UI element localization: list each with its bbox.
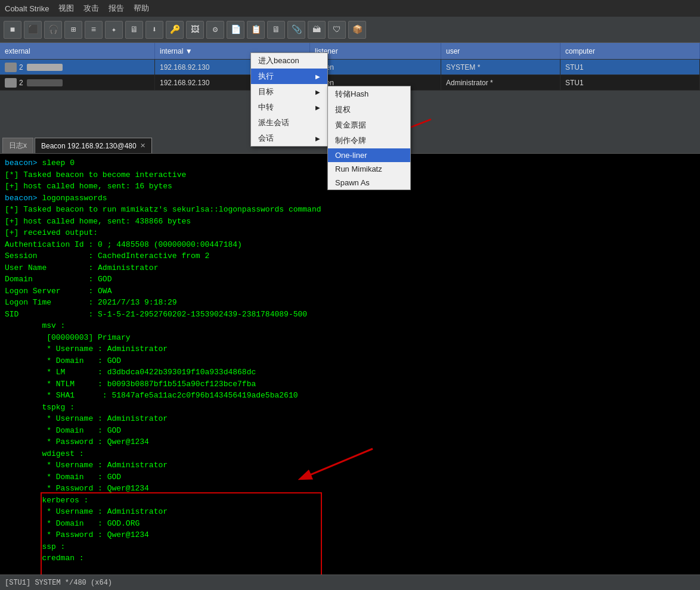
submenu-dump-hash[interactable]: 转储Hash xyxy=(328,86,410,102)
term-line: * Domain : GOD xyxy=(5,425,695,437)
term-line: * Password : Qwer@1234 xyxy=(5,483,695,495)
term-line: User Name : Administrator xyxy=(5,262,695,274)
terminal[interactable]: beacon> sleep 0 [*] Tasked beacon to bec… xyxy=(0,154,700,575)
toolbar-btn-key[interactable]: 🔑 xyxy=(166,21,184,39)
term-line: Logon Time : 2021/7/13 9:18:29 xyxy=(5,297,695,309)
submenu-run-mimikatz[interactable]: Run Mimikatz xyxy=(328,162,410,176)
toolbar-btn-download[interactable]: ⬇ xyxy=(145,21,163,39)
term-line: wdigest : xyxy=(5,448,695,460)
term-line: * Domain : GOD xyxy=(5,471,695,483)
submenu-golden-ticket[interactable]: 黄金票据 xyxy=(328,117,410,133)
term-line: * Password : Qwer@1234 xyxy=(5,529,695,541)
toolbar-btn-gear[interactable]: ⚙ xyxy=(206,21,224,39)
term-line: Session : CachedInteractive from 2 xyxy=(5,250,695,262)
term-line: [00000003] Primary xyxy=(5,332,695,344)
term-line: beacon> logonpasswords xyxy=(5,192,695,204)
toolbar-btn-grid[interactable]: ⊞ xyxy=(64,21,82,39)
term-line: * Username : Administrator xyxy=(5,506,695,518)
toolbar: ■ ⬛ 🎧 ⊞ ≡ ✦ 🖥 ⬇ 🔑 🖼 ⚙ 📄 📋 🖥 📎 🏔 🛡 📦 xyxy=(0,17,700,43)
term-line: * Password : Qwer@1234 xyxy=(5,436,695,448)
submenu-spawn-as[interactable]: Spawn As xyxy=(328,176,410,190)
term-line: Domain : GOD xyxy=(5,274,695,285)
app-title: Cobalt Strike xyxy=(5,4,49,13)
menu-spawn-session[interactable]: 派生会话 xyxy=(251,115,327,131)
menu-enter-beacon[interactable]: 进入beacon xyxy=(251,53,327,69)
toolbar-btn-monitor[interactable]: 🖥 xyxy=(125,21,143,39)
term-line: SID : S-1-5-21-2952760202-1353902439-238… xyxy=(5,309,695,321)
submenu-make-token[interactable]: 制作令牌 xyxy=(328,133,410,148)
term-line: * Domain : GOD.ORG xyxy=(5,518,695,530)
toolbar-btn-headphones[interactable]: 🎧 xyxy=(44,21,62,39)
title-bar: Cobalt Strike 视图 攻击 报告 帮助 xyxy=(0,0,700,17)
term-line: * Domain : GOD xyxy=(5,355,695,367)
target-arrow: ▶ xyxy=(315,89,320,95)
term-line: ssp : xyxy=(5,541,695,553)
term-line: kerberos : xyxy=(5,495,695,507)
toolbar-btn-list[interactable]: ≡ xyxy=(85,21,103,39)
term-line: [+] host called home, sent: 438866 bytes xyxy=(5,216,695,228)
menu-attack[interactable]: 攻击 xyxy=(83,3,99,14)
menu-target[interactable]: 目标 ▶ xyxy=(251,84,327,100)
term-line: [+] received output: xyxy=(5,227,695,239)
menu-help[interactable]: 帮助 xyxy=(134,3,149,14)
toolbar-btn-link[interactable]: 📎 xyxy=(287,21,305,39)
toolbar-btn-package[interactable]: 📦 xyxy=(348,21,366,39)
session-arrow: ▶ xyxy=(315,135,320,142)
tab-close-beacon[interactable]: ✕ xyxy=(140,142,145,150)
relay-arrow: ▶ xyxy=(315,104,320,111)
menu-session[interactable]: 会话 ▶ xyxy=(251,131,327,146)
toolbar-btn-screen[interactable]: 🖥 xyxy=(267,21,285,39)
status-text: [STU1] SYSTEM */480 (x64) xyxy=(5,579,112,587)
toolbar-btn-shield[interactable]: 🛡 xyxy=(328,21,346,39)
menu-relay[interactable]: 中转 ▶ xyxy=(251,100,327,115)
menu-execute[interactable]: 执行 ▶ xyxy=(251,69,327,84)
execute-arrow: ▶ xyxy=(315,73,320,80)
toolbar-btn-doc[interactable]: 📄 xyxy=(227,21,244,39)
term-line: [*] Tasked beacon to run mimikatz's seku… xyxy=(5,204,695,216)
term-line: * Username : Administrator xyxy=(5,343,695,355)
submenu-one-liner[interactable]: One-liner xyxy=(328,148,410,162)
term-line: tspkg : xyxy=(5,402,695,414)
term-line: Logon Server : OWA xyxy=(5,285,695,297)
menu-report[interactable]: 报告 xyxy=(109,3,124,14)
toolbar-btn-mountain[interactable]: 🏔 xyxy=(308,21,326,39)
toolbar-btn-image[interactable]: 🖼 xyxy=(186,21,204,39)
toolbar-btn-1[interactable]: ■ xyxy=(4,21,21,39)
toolbar-btn-2[interactable]: ⬛ xyxy=(24,21,42,39)
context-menu-area: 进入beacon 执行 ▶ 目标 ▶ 中转 ▶ 派生会话 会话 ▶ 转储Hash… xyxy=(0,43,700,138)
status-bar: [STU1] SYSTEM */480 (x64) xyxy=(0,575,700,590)
term-line: credman : xyxy=(5,552,695,564)
term-line: * LM : d3dbdca0422b393019f10a933d4868dc xyxy=(5,367,695,378)
term-line: * NTLM : b0093b0887bf1b515a90cf123bce7fb… xyxy=(5,378,695,390)
toolbar-btn-clipboard[interactable]: 📋 xyxy=(247,21,265,39)
tab-beacon[interactable]: Beacon 192.168.92.130@480 ✕ xyxy=(35,138,152,153)
context-menu: 进入beacon 执行 ▶ 目标 ▶ 中转 ▶ 派生会话 会话 ▶ xyxy=(250,52,328,147)
menu-view[interactable]: 视图 xyxy=(58,3,74,14)
tab-log[interactable]: 日志x xyxy=(2,138,33,153)
submenu-execute: 转储Hash 提权 黄金票据 制作令牌 One-liner Run Mimika… xyxy=(327,86,411,190)
term-line: * SHA1 : 51847afe5a11ac2c0f96b143456419a… xyxy=(5,390,695,402)
term-line: Authentication Id : 0 ; 4485508 (0000000… xyxy=(5,239,695,251)
term-line: * Username : Administrator xyxy=(5,459,695,471)
term-line: * Username : Administrator xyxy=(5,413,695,425)
term-line: msv : xyxy=(5,320,695,332)
toolbar-btn-target[interactable]: ✦ xyxy=(105,21,123,39)
submenu-escalate[interactable]: 提权 xyxy=(328,102,410,117)
